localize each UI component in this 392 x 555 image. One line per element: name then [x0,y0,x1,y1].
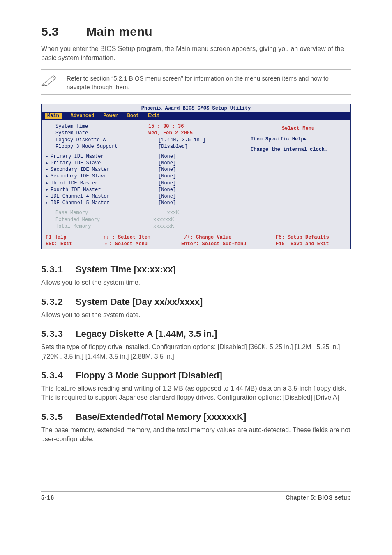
row-third-ide-master[interactable]: ▸Third IDE Master [None] [46,180,245,187]
hint-f1-help: F1:Help [46,234,103,241]
tab-exit[interactable]: Exit [148,113,160,119]
submenu-arrow-icon: ▸ [46,153,51,160]
row-primary-ide-slave[interactable]: ▸Primary IDE Slave [None] [46,160,245,166]
subsection-body: Allows you to set the system time. [41,278,351,287]
row-primary-ide-master[interactable]: ▸Primary IDE Master [None] [46,153,245,160]
note-block: Refer to section “5.2.1 BIOS menu screen… [41,69,351,95]
row-system-date[interactable]: System Date Wed, Feb 2 2005 [46,130,245,136]
subsection-body: Sets the type of floppy drive installed.… [41,343,351,361]
page-footer: 5-16 Chapter 5: BIOS setup [41,491,351,501]
help-description: Change the internal clock. [251,146,346,153]
submenu-arrow-icon: ▸ [46,193,51,200]
hint-change-value: -/+: Change Value [181,234,276,241]
subsection-heading: 5.3.3Legacy Diskette A [1.44M, 3.5 in.] [41,329,351,339]
hint-f5-defaults: F5: Setup Defaults [276,234,346,241]
section-heading: 5.3Main menu [41,25,351,39]
subsection-body: The base memory, extended memory, and th… [41,426,351,444]
tab-boot[interactable]: Boot [127,113,139,119]
subsection-heading: 5.3.4Floppy 3 Mode Support [Disabled] [41,370,351,381]
pencil-icon [41,73,59,86]
bios-footer: F1:Help ↑↓ : Select Item -/+: Change Val… [42,233,350,249]
row-total-memory: Total Memory xxxxxxK [46,223,245,230]
row-extended-memory: Extended Memory xxxxxxK [46,216,245,223]
row-secondary-ide-slave[interactable]: ▸Secondary IDE Slave [None] [46,173,245,180]
submenu-arrow-icon: ▸ [46,160,51,166]
row-ide-channel-5-master[interactable]: ▸IDE Channel 5 Master [None] [46,200,245,206]
row-base-memory: Base Memory xxxK [46,210,245,216]
hint-enter-submenu: Enter: Select Sub-menu [181,241,276,247]
subsection-body: Allows you to set the system date. [41,311,351,320]
subsection-heading: 5.3.1System Time [xx:xx:xx] [41,264,351,275]
submenu-arrow-icon: ▸ [46,166,51,173]
chapter-label: Chapter 5: BIOS setup [286,494,351,501]
help-title: Select Menu [251,125,346,132]
row-legacy-diskette[interactable]: Legacy Diskette A [1.44M, 3.5 in.] [46,137,245,143]
bios-help-panel: Select Menu Item Specific Help▸ Change t… [247,122,349,231]
hint-select-menu: →←: Select Menu [103,241,181,247]
subsection-heading: 5.3.2System Date [Day xx/xx/xxxx] [41,297,351,307]
bios-menubar[interactable]: Main Advanced Power Boot Exit [42,112,350,120]
submenu-arrow-icon: ▸ [46,180,51,187]
row-system-time[interactable]: System Time 15 : 30 : 36 [46,123,245,130]
section-title-text: Main menu [86,25,152,38]
row-fourth-ide-master[interactable]: ▸Fourth IDE Master [None] [46,187,245,193]
submenu-arrow-icon: ▸ [46,200,51,206]
bios-title: Phoenix-Award BIOS CMOS Setup Utility [42,104,350,112]
tab-advanced[interactable]: Advanced [71,113,95,119]
bios-left-panel: System Time 15 : 30 : 36 System Date Wed… [42,120,247,233]
row-ide-channel-4-master[interactable]: ▸IDE Channel 4 Master [None] [46,193,245,200]
row-floppy-3-mode[interactable]: Floppy 3 Mode Support [Disabled] [46,143,245,150]
hint-select-item: ↑↓ : Select Item [103,234,181,241]
tab-power[interactable]: Power [103,113,118,119]
subsection-body: This feature allows reading and writing … [41,384,351,403]
section-number: 5.3 [41,25,86,39]
submenu-arrow-icon: ▸ [46,173,51,180]
note-text: Refer to section “5.2.1 BIOS menu screen… [67,73,351,91]
page-number: 5-16 [41,494,54,501]
submenu-arrow-icon: ▸ [46,187,51,193]
hint-esc-exit: ESC: Exit [46,241,103,247]
help-item-specific: Item Specific Help▸ [251,136,346,143]
bios-window: Phoenix-Award BIOS CMOS Setup Utility Ma… [41,104,351,250]
hint-f10-save: F10: Save and Exit [276,241,346,247]
intro-paragraph: When you enter the BIOS Setup program, t… [41,44,351,63]
tab-main[interactable]: Main [45,113,62,119]
row-secondary-ide-master[interactable]: ▸Secondary IDE Master [None] [46,166,245,173]
subsection-heading: 5.3.5Base/Extended/Total Memory [xxxxxxK… [41,412,351,422]
